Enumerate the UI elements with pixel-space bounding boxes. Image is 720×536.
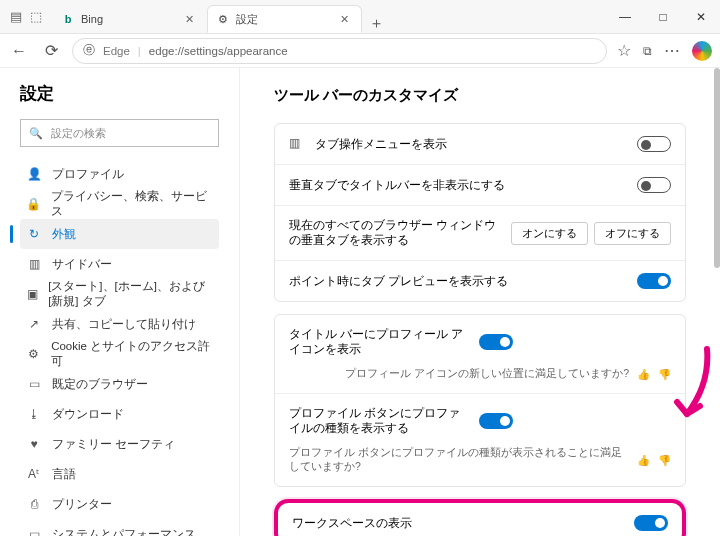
nav-icon: ↗: [26, 317, 42, 331]
sidebar-item[interactable]: 🔒プライバシー、検索、サービス: [20, 189, 219, 219]
nav-icon: 👤: [26, 167, 42, 181]
sidebar-item[interactable]: ⭳ダウンロード: [20, 399, 219, 429]
back-button[interactable]: ←: [8, 42, 30, 60]
sidebar-item[interactable]: Aᵗ言語: [20, 459, 219, 489]
nav-label: 共有、コピーして貼り付け: [52, 317, 196, 332]
settings-search[interactable]: 🔍 設定の検索: [20, 119, 219, 147]
panel-profile-display: タイトル バーにプロフィール アイコンを表示 プロフィール アイコンの新しい位置…: [274, 314, 686, 487]
settings-sidebar: 設定 🔍 設定の検索 👤プロファイル🔒プライバシー、検索、サービス↻外観▥サイド…: [0, 68, 240, 536]
toggle-profile-type[interactable]: [479, 413, 513, 429]
personal-icon[interactable]: ▤: [10, 9, 22, 24]
turn-off-button[interactable]: オフにする: [594, 222, 671, 245]
nav-label: 言語: [52, 467, 76, 482]
search-icon: 🔍: [29, 127, 43, 140]
nav-label: ファミリー セーフティ: [52, 437, 175, 452]
settings-title: 設定: [20, 82, 219, 105]
sidebar-item[interactable]: ⎙プリンター: [20, 489, 219, 519]
panel-tab-actions: ▥ タブ操作メニューを表示 垂直タブでタイトルバーを非表示にする 現在のすべての…: [274, 123, 686, 302]
favorite-icon[interactable]: ☆: [617, 41, 631, 60]
url-label: Edge: [103, 45, 130, 57]
refresh-button[interactable]: ⟳: [40, 41, 62, 60]
tab-title: 設定: [236, 12, 331, 27]
nav-icon: ▭: [26, 377, 42, 391]
nav-label: Cookie とサイトのアクセス許可: [51, 339, 213, 369]
scrollbar[interactable]: [714, 68, 720, 268]
nav-icon: ▭: [26, 527, 42, 536]
thumbs-down-icon[interactable]: 👎: [658, 368, 671, 381]
thumbs-up-icon[interactable]: 👍: [637, 454, 650, 467]
row-hide-titlebar: 垂直タブでタイトルバーを非表示にする: [275, 164, 685, 205]
edge-icon: ⓔ: [83, 42, 95, 59]
toggle-tab-actions-menu[interactable]: [637, 136, 671, 152]
nav-icon: 🔒: [26, 197, 41, 211]
copilot-icon[interactable]: [692, 41, 712, 61]
nav-label: ダウンロード: [52, 407, 124, 422]
settings-main: ツール バーのカスタマイズ ▥ タブ操作メニューを表示 垂直タブでタイトルバーを…: [240, 68, 720, 536]
tab-settings[interactable]: ⚙ 設定 ✕: [207, 5, 362, 33]
workspaces-icon[interactable]: ⬚: [30, 9, 42, 24]
nav-icon: ↻: [26, 227, 42, 241]
url-field[interactable]: ⓔ Edge | edge://settings/appearance: [72, 38, 607, 64]
row-tab-actions-menu: ▥ タブ操作メニューを表示: [275, 124, 685, 164]
sidebar-item[interactable]: ▣[スタート]、[ホーム]、および [新規] タブ: [20, 279, 219, 309]
toggle-profile-icon-titlebar[interactable]: [479, 334, 513, 350]
sidebar-item[interactable]: ▥サイドバー: [20, 249, 219, 279]
bing-icon: b: [61, 12, 75, 26]
nav-label: サイドバー: [52, 257, 112, 272]
more-icon[interactable]: ⋯: [664, 41, 680, 60]
toggle-show-workspaces[interactable]: [634, 515, 668, 531]
thumbs-down-icon[interactable]: 👎: [658, 454, 671, 467]
collections-icon[interactable]: ⧉: [643, 44, 652, 58]
row-tab-preview: ポイント時にタブ プレビューを表示する: [275, 260, 685, 301]
maximize-button[interactable]: □: [644, 0, 682, 34]
row-vertical-tabs-all: 現在のすべてのブラウザー ウィンドウの垂直タブを表示する オンにする オフにする: [275, 205, 685, 260]
panel-workspaces: ワークスペースの表示: [274, 499, 686, 536]
sidebar-item[interactable]: ⚙Cookie とサイトのアクセス許可: [20, 339, 219, 369]
close-icon[interactable]: ✕: [182, 13, 196, 26]
sidebar-item[interactable]: ▭システムとパフォーマンス: [20, 519, 219, 536]
sidebar-item[interactable]: 👤プロファイル: [20, 159, 219, 189]
new-tab-button[interactable]: ＋: [362, 14, 390, 33]
nav-label: 既定のブラウザー: [52, 377, 148, 392]
turn-on-button[interactable]: オンにする: [511, 222, 588, 245]
nav-icon: ⎙: [26, 497, 42, 511]
nav-label: [スタート]、[ホーム]、および [新規] タブ: [48, 279, 213, 309]
nav-icon: ▣: [26, 287, 38, 301]
gear-icon: ⚙: [216, 12, 230, 26]
nav-icon: ▥: [26, 257, 42, 271]
titlebar: ▤ ⬚ b Bing ✕ ⚙ 設定 ✕ ＋ — □ ✕: [0, 0, 720, 34]
nav-label: システムとパフォーマンス: [52, 527, 196, 537]
nav-label: プロファイル: [52, 167, 124, 182]
close-window-button[interactable]: ✕: [682, 0, 720, 34]
tab-bing[interactable]: b Bing ✕: [52, 5, 207, 33]
sidebar-item[interactable]: ♥ファミリー セーフティ: [20, 429, 219, 459]
tab-menu-icon: ▥: [289, 136, 305, 152]
row-show-workspaces: ワークスペースの表示: [278, 503, 682, 536]
row-profile-icon-titlebar: タイトル バーにプロフィール アイコンを表示 プロフィール アイコンの新しい位置…: [275, 315, 685, 393]
nav-icon: ⚙: [26, 347, 41, 361]
toggle-hide-titlebar[interactable]: [637, 177, 671, 193]
nav-label: プリンター: [52, 497, 112, 512]
nav-icon: Aᵗ: [26, 467, 42, 481]
nav-label: 外観: [52, 227, 76, 242]
minimize-button[interactable]: —: [606, 0, 644, 34]
url-text: edge://settings/appearance: [149, 45, 288, 57]
nav-icon: ♥: [26, 437, 42, 451]
toggle-tab-preview[interactable]: [637, 273, 671, 289]
nav-label: プライバシー、検索、サービス: [51, 189, 213, 219]
sidebar-item[interactable]: ↻外観: [20, 219, 219, 249]
nav-icon: ⭳: [26, 407, 42, 421]
search-placeholder: 設定の検索: [51, 126, 106, 141]
settings-nav: 👤プロファイル🔒プライバシー、検索、サービス↻外観▥サイドバー▣[スタート]、[…: [20, 159, 219, 536]
section-heading: ツール バーのカスタマイズ: [274, 86, 686, 105]
close-icon[interactable]: ✕: [337, 13, 351, 26]
row-profile-type: プロファイル ボタンにプロファイルの種類を表示する プロファイル ボタンにプロフ…: [275, 393, 685, 486]
sidebar-item[interactable]: ▭既定のブラウザー: [20, 369, 219, 399]
tab-title: Bing: [81, 13, 176, 25]
sidebar-item[interactable]: ↗共有、コピーして貼り付け: [20, 309, 219, 339]
address-bar: ← ⟳ ⓔ Edge | edge://settings/appearance …: [0, 34, 720, 68]
thumbs-up-icon[interactable]: 👍: [637, 368, 650, 381]
